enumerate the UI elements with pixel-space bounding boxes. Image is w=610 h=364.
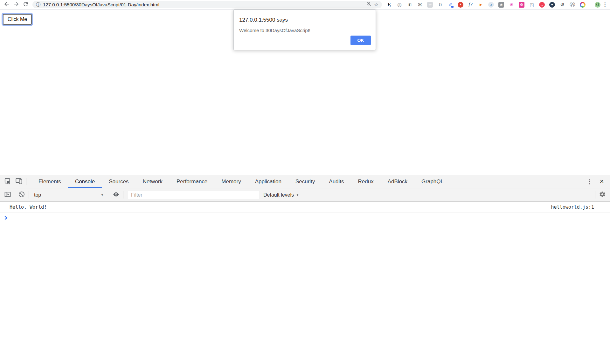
- page-viewport: Click Me 127.0.0.1:5500 says Welcome to …: [0, 10, 610, 175]
- wave-circle-extension-icon[interactable]: Ⓦ: [570, 2, 575, 8]
- execution-context-selector[interactable]: top ▼: [30, 192, 107, 198]
- lens-extension-icon[interactable]: ◎: [397, 2, 402, 8]
- gear-icon: [599, 191, 606, 199]
- alert-dialog-title: 127.0.0.1:5500 says: [239, 17, 371, 23]
- tab-adblock[interactable]: AdBlock: [381, 175, 414, 188]
- url-text[interactable]: 127.0.0.1:5500/30DaysOfJavaScript/01-Day…: [43, 2, 364, 7]
- camera-extension-icon[interactable]: ◉: [498, 2, 504, 8]
- chevron-down-icon: ▼: [296, 193, 299, 197]
- page-info-icon[interactable]: ⓘ: [36, 2, 40, 8]
- browser-menu-icon[interactable]: ⋮: [602, 1, 608, 8]
- alert-dialog: 127.0.0.1:5500 says Welcome to 30DaysOfJ…: [233, 10, 376, 50]
- tabbar-divider: [26, 178, 26, 185]
- browser-toolbar: ⓘ 127.0.0.1:5500/30DaysOfJavaScript/01-D…: [0, 0, 610, 10]
- reload-icon: [23, 1, 29, 9]
- corner-arrow-extension-icon[interactable]: ◳: [529, 2, 535, 8]
- clear-console-button[interactable]: [16, 188, 27, 201]
- console-log-message[interactable]: Hello, World!: [10, 204, 551, 210]
- toolbar-divider-3: [123, 191, 123, 199]
- tab-memory[interactable]: Memory: [214, 175, 248, 188]
- code-preview-extension-icon[interactable]: (-): [437, 2, 443, 8]
- react-devtools-extension-icon[interactable]: ✳: [427, 2, 433, 8]
- address-bar[interactable]: ⓘ 127.0.0.1:5500/30DaysOfJavaScript/01-D…: [32, 1, 382, 8]
- devtools-close-icon[interactable]: ✕: [595, 178, 608, 185]
- inspect-cursor-icon: [3, 177, 12, 186]
- tab-elements[interactable]: Elements: [31, 175, 68, 188]
- eye-icon: [112, 191, 120, 199]
- console-log-row: Hello, World! helloworld.js:1: [0, 202, 610, 213]
- devtools-window-controls: ⋮ ✕: [581, 175, 608, 188]
- context-label: top: [34, 192, 101, 198]
- tab-network[interactable]: Network: [136, 175, 170, 188]
- pocket-extension-icon[interactable]: ◡: [539, 2, 545, 8]
- console-prompt-chevron-icon: [4, 216, 8, 221]
- log-levels-selector[interactable]: Default levels ▼: [263, 192, 299, 198]
- toolbar-divider-1: [29, 191, 29, 199]
- heart-search-extension-icon[interactable]: ♥: [549, 2, 555, 8]
- bookmark-star-icon[interactable]: ☆: [374, 2, 378, 7]
- chevron-down-icon: ▼: [101, 193, 104, 197]
- console-prompt-row[interactable]: [0, 213, 610, 224]
- tab-security[interactable]: Security: [288, 175, 322, 188]
- console-settings-button[interactable]: [597, 188, 608, 201]
- console-filter-input[interactable]: [128, 191, 259, 199]
- console-sidebar-toggle-button[interactable]: [2, 188, 13, 201]
- forward-icon: [13, 1, 20, 9]
- tab-application[interactable]: Application: [248, 175, 288, 188]
- clear-console-icon: [18, 191, 25, 199]
- graphql-extension-icon[interactable]: ✳: [509, 2, 514, 8]
- power-ring-extension-icon[interactable]: ↺: [559, 2, 565, 8]
- live-expression-button[interactable]: [110, 188, 122, 201]
- device-toolbar-icon: [15, 177, 23, 186]
- forward-button[interactable]: [11, 1, 21, 9]
- pink-settings-extension-icon[interactable]: ⚙: [519, 2, 524, 8]
- inspect-element-button[interactable]: [2, 175, 13, 188]
- toolbar-divider-4: [595, 191, 595, 199]
- reload-button[interactable]: [21, 1, 31, 9]
- console-toolbar: top ▼ Default levels ▼: [0, 188, 610, 202]
- back-button[interactable]: [2, 1, 11, 9]
- tab-redux[interactable]: Redux: [351, 175, 381, 188]
- alert-dialog-message: Welcome to 30DaysOfJavaScript!: [239, 28, 371, 33]
- toolbar-divider-2: [109, 191, 109, 199]
- log-levels-label: Default levels: [263, 192, 294, 198]
- megaphone-extension-icon[interactable]: ►: [478, 2, 484, 8]
- stop-hand-extension-icon[interactable]: ✶: [458, 2, 463, 8]
- back-icon: [3, 1, 10, 9]
- devtools-panel: Elements Console Sources Network Perform…: [0, 175, 610, 364]
- devtools-tabs: Elements Console Sources Network Perform…: [28, 175, 451, 188]
- tab-performance[interactable]: Performance: [170, 175, 214, 188]
- alert-ok-button[interactable]: OK: [350, 36, 371, 45]
- swirl-extension-icon[interactable]: ◕: [488, 2, 494, 8]
- tab-audits[interactable]: Audits: [322, 175, 351, 188]
- extensions-divider: [590, 2, 590, 8]
- tab-sources[interactable]: Sources: [102, 175, 135, 188]
- split-panels-extension-icon[interactable]: ▮▯: [407, 2, 412, 8]
- click-me-button[interactable]: Click Me: [3, 14, 32, 25]
- fontface-extension-icon[interactable]: f?: [468, 2, 474, 8]
- console-source-link[interactable]: helloworld.js:1: [551, 204, 594, 210]
- color-wheel-extension-icon[interactable]: [580, 2, 586, 8]
- device-toolbar-button[interactable]: [13, 175, 25, 188]
- extensions-bar: F, ◎ ▮▯ Ж ✳ (-) ✐ ✶ f? ► ◕ ◉ ✳ ⚙ ◳ ◡ ♥ ↺…: [385, 2, 602, 8]
- eyedropper-extension-icon[interactable]: ✐: [447, 2, 453, 8]
- devtools-tabbar: Elements Console Sources Network Perform…: [0, 175, 610, 188]
- fonts-ninja-extension-icon[interactable]: F,: [386, 2, 392, 8]
- console-sidebar-icon: [4, 191, 11, 199]
- devtools-menu-icon[interactable]: ⋮: [584, 178, 595, 185]
- json-viewer-extension-icon[interactable]: {}: [595, 2, 600, 8]
- bug-extension-icon[interactable]: Ж: [417, 2, 423, 8]
- zoom-icon[interactable]: [366, 1, 371, 8]
- tab-graphql[interactable]: GraphQL: [414, 175, 451, 188]
- tab-console[interactable]: Console: [68, 175, 102, 188]
